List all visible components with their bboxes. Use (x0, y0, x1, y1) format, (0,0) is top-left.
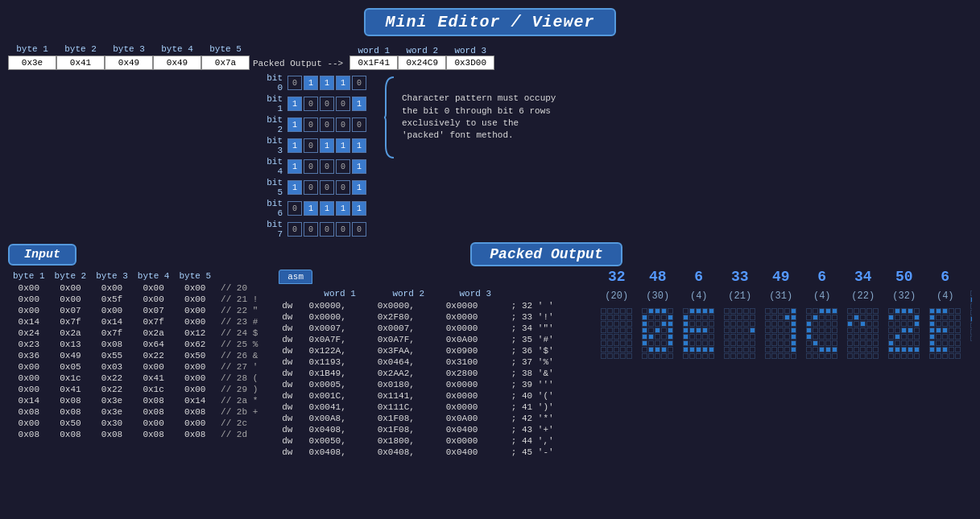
pixel-9-4-0 (970, 316, 972, 322)
bit-cell-3-3[interactable]: 1 (336, 138, 350, 153)
packed-header-section: Packed Output --> word 1word 2word 3 0x1… (253, 46, 494, 70)
pixel-0-0-2 (614, 308, 619, 314)
output-cell-6-3: 0x2800 (443, 368, 508, 379)
input-cell-2-1: 0x07 (50, 305, 92, 316)
bit-cell-7-4[interactable]: 0 (352, 222, 366, 237)
pixel-3-6-3 (743, 347, 749, 352)
char-sub-0: (20) (605, 290, 628, 302)
pixel-2-4-3 (702, 334, 708, 340)
bit-cell-1-0[interactable]: 1 (287, 97, 302, 111)
bit-cell-6-3[interactable]: 1 (336, 201, 350, 216)
input-cell-5-3: 0x64 (133, 339, 175, 350)
output-cell-9-2: 0x111C, (374, 402, 443, 413)
pixel-8-1-2 (942, 315, 948, 320)
bit-cell-2-4[interactable]: 0 (352, 117, 366, 132)
pixel-4-0-2 (778, 308, 784, 314)
char-sub-3: (21) (728, 290, 751, 302)
pixel-6-5-4 (873, 340, 879, 346)
bit-cell-1-4[interactable]: 1 (352, 97, 366, 111)
pixel-6-1-0 (847, 315, 853, 320)
input-cell-4-5: // 24 $ (216, 327, 263, 339)
bit-cell-2-3[interactable]: 0 (336, 117, 350, 132)
input-row-12: 0x000x500x300x000x00// 2c (8, 418, 263, 429)
pixel-0-4-2 (614, 334, 619, 340)
pixel-4-5-4 (791, 340, 796, 346)
input-cell-7-2: 0x03 (91, 361, 133, 373)
input-cell-9-4: 0x00 (174, 384, 216, 395)
bit-cell-6-1[interactable]: 1 (304, 201, 318, 216)
bit-cell-0-3[interactable]: 1 (336, 76, 350, 90)
input-cell-0-4: 0x00 (174, 282, 216, 294)
title-area: Mini Editor / Viewer (0, 0, 980, 41)
bit-cell-3-0[interactable]: 1 (287, 138, 302, 153)
bit-cell-5-2[interactable]: 0 (320, 180, 334, 195)
output-cell-10-1: 0x00A8, (306, 413, 374, 424)
bit-cell-7-3[interactable]: 0 (336, 222, 350, 237)
pixel-6-6-4 (873, 347, 879, 352)
byte-label-0: byte 1 (8, 43, 56, 56)
bit-cell-2-2[interactable]: 0 (320, 117, 334, 132)
output-area: asm word 1word 2word 3dw0x0000,0x0000,0x… (279, 270, 585, 519)
bit-cell-3-1[interactable]: 0 (304, 138, 318, 153)
pixel-7-5-2 (901, 340, 907, 346)
bracket-icon (382, 73, 395, 162)
bit-cell-2-0[interactable]: 1 (287, 117, 302, 132)
bit-cell-7-0[interactable]: 0 (287, 222, 302, 237)
pixel-8-7-2 (942, 353, 948, 359)
bit-cell-3-2[interactable]: 1 (320, 138, 334, 153)
bit-cell-4-1[interactable]: 0 (304, 159, 318, 174)
bit-cell-5-1[interactable]: 0 (304, 180, 318, 195)
byte-value-2: 0x49 (105, 56, 153, 70)
input-section-label: Input (8, 244, 76, 266)
pixel-0-4-1 (607, 334, 613, 340)
bit-cell-1-1[interactable]: 0 (304, 97, 318, 111)
pixel-3-7-2 (737, 353, 742, 359)
pixel-7-4-1 (895, 334, 900, 340)
bit-cell-0-0[interactable]: 0 (287, 76, 302, 90)
bit-cell-4-2[interactable]: 0 (320, 159, 334, 174)
bit-cell-0-4[interactable]: 0 (352, 76, 366, 90)
pixel-6-4-2 (860, 334, 866, 340)
char-number-7: 50 (895, 270, 913, 284)
pixel-0-6-3 (620, 347, 626, 352)
char-pixel-grid-6 (847, 308, 879, 359)
pixel-8-0-4 (955, 308, 961, 314)
asm-tab[interactable]: asm (279, 270, 312, 284)
bit-cell-2-1[interactable]: 0 (304, 117, 318, 132)
word-label-0: word 1 (349, 46, 398, 56)
pixel-6-1-1 (854, 315, 859, 320)
pixel-4-1-4 (791, 315, 796, 320)
bit-cell-1-2[interactable]: 0 (320, 97, 334, 111)
bit-cell-7-1[interactable]: 0 (304, 222, 318, 237)
bit-cell-5-3[interactable]: 0 (336, 180, 350, 195)
bit-cell-5-0[interactable]: 1 (287, 180, 302, 195)
bit-cell-4-3[interactable]: 0 (336, 159, 350, 174)
input-row-10: 0x140x080x3e0x080x14// 2a * (8, 395, 263, 406)
input-cell-3-1: 0x7f (50, 316, 92, 327)
pixel-3-7-1 (730, 353, 736, 359)
pixel-0-3-0 (601, 327, 606, 333)
bit-cell-4-4[interactable]: 1 (352, 159, 366, 174)
bit-cell-0-2[interactable]: 1 (320, 76, 334, 90)
pixel-2-3-0 (683, 327, 688, 333)
output-cell-10-2: 0x1F08, (374, 413, 443, 424)
pixel-5-4-4 (832, 334, 837, 340)
bit-cell-5-4[interactable]: 1 (352, 180, 366, 195)
bit-cell-3-4[interactable]: 1 (352, 138, 366, 153)
bit-cell-6-4[interactable]: 1 (352, 201, 366, 216)
bit-cell-4-0[interactable]: 1 (287, 159, 302, 174)
pixel-7-4-2 (901, 334, 907, 340)
pixel-6-7-1 (854, 353, 859, 359)
input-cell-4-0: 0x24 (8, 327, 50, 339)
bit-cell-6-0[interactable]: 0 (287, 201, 302, 216)
pixel-6-7-0 (847, 353, 853, 359)
output-cell-1-1: 0x0000, (306, 311, 374, 323)
bit-cell-1-3[interactable]: 0 (336, 97, 350, 111)
pixel-6-0-3 (866, 308, 872, 314)
bit-cell-7-2[interactable]: 0 (320, 222, 334, 237)
bit-cell-6-2[interactable]: 1 (320, 201, 334, 216)
output-cell-12-0: dw (279, 435, 305, 447)
input-cell-5-2: 0x08 (91, 339, 133, 350)
bit-cell-0-1[interactable]: 1 (304, 76, 318, 90)
pixel-1-3-0 (642, 327, 647, 333)
